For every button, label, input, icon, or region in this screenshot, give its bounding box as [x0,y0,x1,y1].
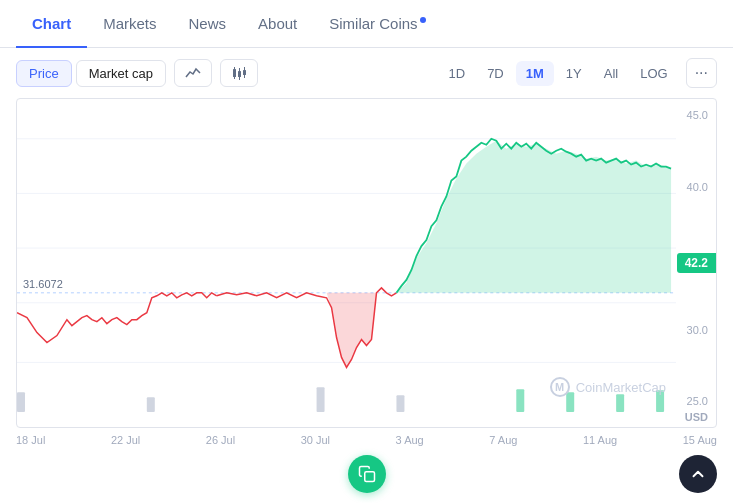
watermark-text: CoinMarketCap [576,380,666,395]
tab-markets[interactable]: Markets [87,1,172,48]
vol-bar [147,397,155,412]
timeframe-group: 1D 7D 1M 1Y All LOG [439,61,678,86]
tab-chart[interactable]: Chart [16,1,87,48]
red-area-left [17,293,217,338]
watermark: M CoinMarketCap [550,377,666,397]
timeframe-log[interactable]: LOG [630,61,677,86]
tab-news[interactable]: News [173,1,243,48]
svg-rect-0 [233,69,236,77]
chart-toolbar: Price Market cap 1D 7D 1M 1Y All LOG ··· [0,48,733,98]
vol-bar [317,387,325,412]
x-label-26jul: 26 Jul [206,434,235,446]
x-label-22jul: 22 Jul [111,434,140,446]
tab-about[interactable]: About [242,1,313,48]
red-line [17,293,217,343]
currency-label: USD [685,411,708,423]
price-button[interactable]: Price [16,60,72,87]
start-price-label: 31.6072 [21,277,65,291]
tab-similar-coins[interactable]: Similar Coins [313,1,441,48]
timeframe-1y[interactable]: 1Y [556,61,592,86]
timeframe-all[interactable]: All [594,61,628,86]
similar-coins-dot [420,17,426,23]
vol-bar [516,389,524,412]
current-price-label: 42.2 [677,253,716,273]
data-type-group: Price Market cap [16,60,166,87]
copy-icon [358,465,376,483]
red-dip-area [327,293,377,368]
x-label-30jul: 30 Jul [301,434,330,446]
market-cap-button[interactable]: Market cap [76,60,166,87]
svg-rect-3 [238,71,241,77]
candle-chart-icon [231,65,247,81]
x-label-11aug: 11 Aug [583,434,617,446]
vol-bar [396,395,404,412]
timeframe-1d[interactable]: 1D [439,61,476,86]
vol-bar [17,392,25,412]
x-label-15aug: 15 Aug [683,434,717,446]
arrow-up-icon [689,465,707,483]
scroll-up-fab-button[interactable] [679,455,717,493]
line-chart-icon [185,65,201,81]
nav-tabs: Chart Markets News About Similar Coins [0,0,733,48]
svg-rect-6 [243,70,246,75]
timeframe-1m[interactable]: 1M [516,61,554,86]
more-options-button[interactable]: ··· [686,58,717,88]
svg-rect-15 [364,472,374,482]
copy-fab-button[interactable] [348,455,386,493]
x-axis-labels: 18 Jul 22 Jul 26 Jul 30 Jul 3 Aug 7 Aug … [0,428,733,446]
line-chart-button[interactable] [174,59,212,87]
x-label-3aug: 3 Aug [396,434,424,446]
candle-chart-button[interactable] [220,59,258,87]
timeframe-7d[interactable]: 7D [477,61,514,86]
x-label-7aug: 7 Aug [489,434,517,446]
cmc-logo: M [550,377,570,397]
price-chart: 45.0 40.0 35.0 30.0 25.0 42.2 31.6072 M … [16,98,717,428]
x-label-18jul: 18 Jul [16,434,45,446]
